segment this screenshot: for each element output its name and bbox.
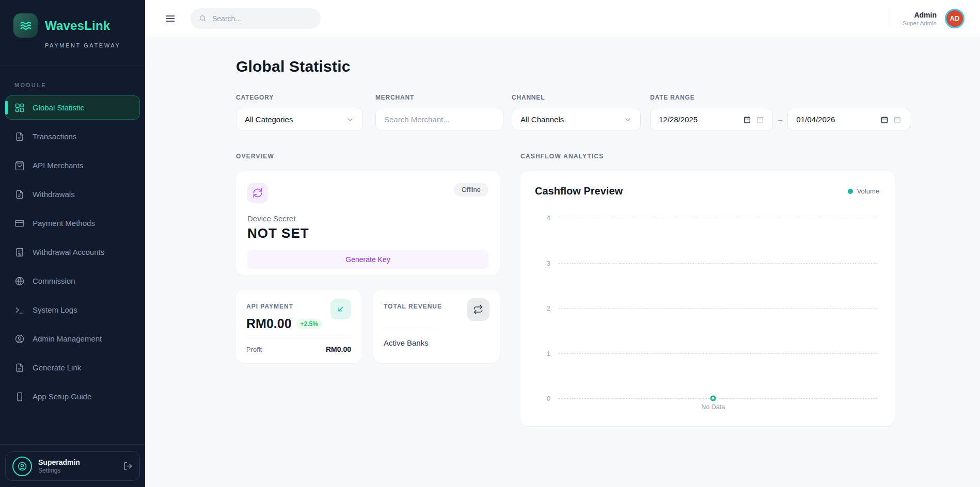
gridline: 2	[559, 308, 877, 309]
sidebar-item-label: Transactions	[33, 132, 76, 141]
sidebar: WavesLink PAYMENT GATEWAY MODULE Global …	[0, 0, 145, 487]
search-bar[interactable]	[191, 8, 321, 29]
y-tick: 2	[547, 305, 550, 312]
status-badge: Offline	[454, 183, 488, 197]
user-avatar	[12, 457, 32, 476]
page-title: Global Statistic	[236, 58, 980, 75]
merchant-search-input[interactable]: Search Merchant...	[375, 108, 503, 131]
search-input[interactable]	[212, 14, 312, 23]
user-circle-icon	[14, 334, 25, 344]
gridline: 3	[559, 263, 877, 264]
sidebar-item-transactions[interactable]: Transactions	[5, 124, 140, 149]
sidebar-section-label: MODULE	[0, 66, 145, 95]
merchant-placeholder: Search Merchant...	[384, 115, 450, 124]
sidebar-item-payment-methods[interactable]: Payment Methods	[5, 211, 140, 235]
topbar: Admin Super Admin AD	[145, 0, 980, 37]
total-revenue-card: TOTAL REVENUE Active Banks	[373, 290, 500, 363]
api-payment-label: API PAYMENT	[246, 300, 293, 310]
user-role: Settings	[38, 467, 80, 474]
overview-section: OVERVIEW Offline Device Secret NOT SET G…	[236, 153, 500, 426]
device-secret-value: NOT SET	[247, 225, 488, 241]
search-icon	[199, 14, 207, 23]
category-select[interactable]: All Categories	[236, 108, 363, 131]
gridline: 0	[559, 398, 877, 399]
chevron-down-icon	[346, 116, 354, 124]
calendar-icon[interactable]	[893, 116, 902, 124]
overview-section-label: OVERVIEW	[236, 153, 500, 160]
calendar-icon[interactable]	[743, 116, 751, 124]
y-tick: 0	[547, 395, 550, 402]
sidebar-item-label: Payment Methods	[33, 219, 95, 228]
swap-icon[interactable]	[467, 298, 489, 321]
sidebar-nav: Global Statistic Transactions API Mercha…	[0, 95, 145, 409]
category-value: All Categories	[245, 115, 293, 124]
y-tick: 3	[547, 260, 550, 267]
calendar-icon[interactable]	[880, 116, 889, 124]
profit-value: RM0.00	[326, 345, 351, 353]
sidebar-item-label: Generate Link	[33, 363, 81, 372]
sidebar-item-label: API Merchants	[33, 161, 83, 170]
file-icon	[14, 132, 25, 142]
profile-widget[interactable]: Admin Super Admin AD	[892, 9, 965, 28]
divider	[892, 9, 892, 28]
date-end-input[interactable]: 01/04/2026	[787, 108, 910, 131]
sidebar-item-label: System Logs	[33, 305, 77, 314]
avatar[interactable]: AD	[945, 9, 965, 28]
cashflow-preview-card: Cashflow Preview Volume 4 3 2 1 0	[520, 171, 895, 426]
refresh-icon[interactable]	[247, 183, 268, 203]
user-card[interactable]: Superadmin Settings	[5, 451, 140, 481]
category-label: CATEGORY	[236, 94, 363, 101]
cashflow-section-label: CASHFLOW ANALYTICS	[520, 153, 895, 160]
api-payment-card: API PAYMENT RM0.00 +2.5% Profit	[236, 290, 361, 363]
legend-label: Volume	[857, 187, 879, 195]
channel-value: All Channels	[520, 115, 564, 124]
brand-name: WavesLink	[45, 19, 110, 33]
sidebar-item-global-statistic[interactable]: Global Statistic	[5, 95, 140, 120]
waves-logo-icon	[13, 13, 38, 38]
channel-label: CHANNEL	[512, 94, 641, 101]
date-start-input[interactable]: 12/28/2025	[650, 108, 773, 131]
channel-select[interactable]: All Channels	[512, 108, 641, 131]
sidebar-item-withdrawals[interactable]: Withdrawals	[5, 182, 140, 206]
sidebar-item-system-logs[interactable]: System Logs	[5, 298, 140, 322]
sidebar-footer: Superadmin Settings	[0, 444, 145, 487]
total-revenue-label: TOTAL REVENUE	[384, 300, 442, 310]
sidebar-item-label: Commission	[33, 277, 75, 285]
admin-role: Super Admin	[903, 20, 937, 26]
data-point[interactable]	[710, 396, 716, 401]
chevron-down-icon	[624, 116, 632, 124]
divider	[246, 338, 351, 338]
filters-row: CATEGORY All Categories MERCHANT Search …	[236, 94, 980, 131]
sidebar-item-app-setup-guide[interactable]: App Setup Guide	[5, 384, 140, 409]
calendar-icon[interactable]	[756, 116, 764, 124]
sidebar-item-label: Withdrawals	[33, 190, 75, 199]
sidebar-item-api-merchants[interactable]: API Merchants	[5, 153, 140, 177]
sidebar-item-commission[interactable]: Commission	[5, 269, 140, 293]
api-payment-value: RM0.00	[246, 316, 292, 331]
generate-key-button[interactable]: Generate Key	[247, 250, 488, 269]
menu-icon[interactable]	[165, 13, 176, 24]
cashflow-title: Cashflow Preview	[535, 185, 623, 197]
building-icon	[14, 247, 25, 257]
sidebar-item-admin-management[interactable]: Admin Management	[5, 327, 140, 351]
credit-card-icon	[14, 218, 25, 229]
date-start-value: 12/28/2025	[659, 115, 698, 124]
date-range-separator: –	[778, 115, 782, 124]
shopping-bag-icon	[14, 160, 25, 171]
sidebar-item-withdrawal-accounts[interactable]: Withdrawal Accounts	[5, 240, 140, 264]
main-area: Admin Super Admin AD Global Statistic CA…	[145, 0, 980, 487]
sidebar-item-generate-link[interactable]: Generate Link	[5, 355, 140, 380]
file-icon	[14, 363, 25, 373]
gridline: 4	[559, 218, 877, 218]
divider	[384, 330, 435, 330]
chart-legend: Volume	[848, 187, 879, 195]
brand-tagline: PAYMENT GATEWAY	[45, 42, 133, 48]
profit-label: Profit	[246, 346, 262, 353]
active-banks-label: Active Banks	[384, 338, 489, 347]
logout-icon[interactable]	[123, 461, 133, 471]
sidebar-item-label: App Setup Guide	[33, 392, 91, 401]
grid-icon	[14, 103, 25, 113]
admin-name: Admin	[903, 10, 937, 20]
cashflow-section: CASHFLOW ANALYTICS Cashflow Preview Volu…	[520, 153, 895, 426]
sidebar-item-label: Global Statistic	[33, 103, 84, 112]
